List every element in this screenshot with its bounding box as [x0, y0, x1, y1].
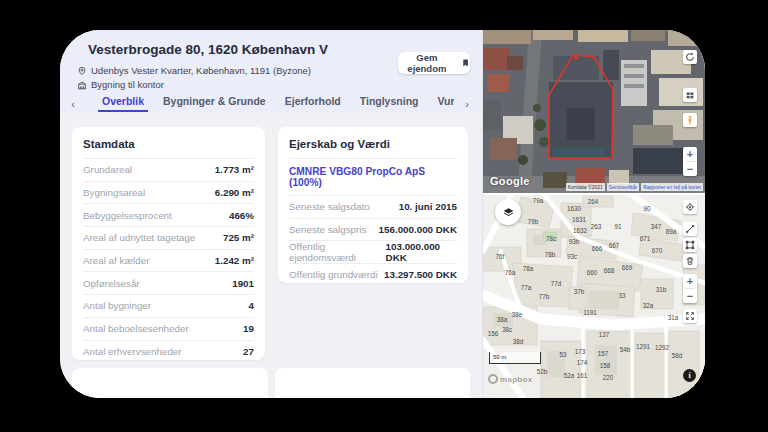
geolocate-button[interactable]: [683, 200, 697, 214]
map-label-220: 220: [603, 374, 614, 381]
property-type-text: Bygning til kontor: [91, 79, 164, 90]
row-value: 1.242 m²: [215, 255, 254, 266]
stamdata-rows: Grundareal1.773 m²Bygningsareal6.290 m²B…: [83, 158, 254, 362]
map-label-32a: 32a: [643, 302, 654, 309]
map-label-157: 157: [598, 350, 609, 357]
map-label-91: 91: [614, 223, 622, 230]
ownership-rows: Seneste salgsdato10. juni 2015Seneste sa…: [289, 195, 457, 286]
satellite-imagery: [483, 30, 705, 193]
tab-overblik[interactable]: Overblik: [102, 95, 144, 112]
map-label-58d: 58d: [672, 352, 683, 359]
map-label-158: 158: [600, 362, 611, 369]
table-row: Seneste salgsdato10. juni 2015: [289, 195, 457, 218]
map-label-78b: 78b: [545, 251, 556, 258]
map-label-77d: 77d: [551, 280, 562, 287]
map-label-38c: 38c: [502, 326, 512, 333]
layers-button[interactable]: [495, 199, 521, 225]
street-map[interactable]: 79a26416309079b16312639134789a163267178c…: [483, 195, 705, 398]
row-value: 4: [249, 300, 254, 311]
table-row: Opførelsesår1901: [83, 271, 254, 294]
row-value: 19: [243, 323, 254, 334]
save-property-button[interactable]: Gem ejendom: [398, 52, 470, 74]
map-label-263: 263: [591, 223, 602, 230]
property-header: Vesterbrogade 80, 1620 København V Udenb…: [60, 30, 482, 113]
table-row: Antal erhvervsenheder27: [83, 340, 254, 363]
row-value: 6.290 m²: [215, 187, 254, 198]
map-label-93c: 93c: [567, 253, 577, 260]
map-label-52a: 52a: [564, 372, 575, 379]
attribution-text: Kortdata ©2021: [566, 183, 605, 191]
street-zoom-control: + −: [683, 274, 697, 303]
rotate-map-button[interactable]: [683, 50, 697, 64]
row-label: Areal af udnyttet tagetage: [83, 232, 195, 243]
map-label-669: 669: [622, 264, 633, 271]
map-label-79b: 79b: [528, 218, 539, 225]
fullscreen-button[interactable]: [683, 309, 697, 323]
pegman-streetview-button[interactable]: [683, 113, 697, 127]
map-label-667: 667: [609, 242, 620, 249]
table-row: Seneste salgspris156.000.000 DKK: [289, 218, 457, 241]
ownership-card: Ejerskab og Værdi CMNRE VBG80 PropCo ApS…: [278, 127, 468, 283]
row-label: Opførelsesår: [83, 278, 140, 289]
ownership-title: Ejerskab og Værdi: [289, 127, 457, 158]
row-label: Offentlig grundværdi: [289, 269, 378, 280]
owner-link[interactable]: CMNRE VBG80 PropCo ApS (100%): [289, 158, 457, 195]
table-row: Grundareal1.773 m²: [83, 158, 254, 181]
map-label-1292: 1292: [655, 344, 670, 351]
map-label-54b: 54b: [620, 346, 631, 353]
zoom-in-button[interactable]: +: [683, 147, 697, 161]
partial-card-right: [275, 368, 470, 398]
map-label-660: 660: [587, 269, 598, 276]
zoom-out-button[interactable]: −: [683, 162, 697, 176]
table-row: Areal af udnyttet tagetage725 m²: [83, 226, 254, 249]
row-label: Grundareal: [83, 164, 132, 175]
street-zoom-in-button[interactable]: +: [683, 274, 697, 288]
row-label: Bygningsareal: [83, 187, 145, 198]
row-value: 10. juni 2015: [399, 201, 457, 212]
map-label-161: 161: [577, 372, 588, 379]
row-label: Antal bygninger: [83, 300, 151, 311]
map-label-77a: 77a: [521, 284, 532, 291]
map-label-38d: 38d: [513, 338, 524, 345]
table-row: Offentlig ejendomsværdi103.000.000 DKK: [289, 240, 457, 263]
measure-ruler-button[interactable]: [683, 222, 697, 236]
tab-bar: ‹ OverblikBygninger & GrundeEjerforholdT…: [60, 94, 482, 113]
street-map-canvas: 79a26416309079b16312639134789a163267178c…: [483, 195, 705, 398]
tab-bygninger-grunde[interactable]: Bygninger & Grunde: [163, 95, 266, 112]
row-value: 156.000.000 DKK: [379, 224, 457, 235]
row-value: 725 m²: [223, 232, 254, 243]
tilt-45-button[interactable]: [683, 88, 697, 102]
tab-ejerforhold[interactable]: Ejerforhold: [285, 95, 341, 112]
info-button[interactable]: i: [683, 369, 696, 382]
row-label: Antal beboelsesenheder: [83, 323, 189, 334]
map-label-666: 666: [592, 245, 603, 252]
satellite-map[interactable]: + − Google Kortdata ©2021 Servicevilkår …: [483, 30, 705, 193]
page-title: Vesterbrogade 80, 1620 København V: [88, 42, 328, 57]
building-icon: [77, 80, 87, 90]
stamdata-card: Stamdata Grundareal1.773 m²Bygningsareal…: [72, 127, 265, 360]
delete-drawing-button[interactable]: [683, 254, 697, 268]
terms-link[interactable]: Servicevilkår: [607, 183, 639, 191]
draw-polygon-button[interactable]: [683, 238, 697, 252]
row-label: Seneste salgspris: [289, 224, 366, 235]
map-label-137: 137: [599, 331, 610, 338]
map-label-173: 173: [575, 348, 586, 355]
map-label-93b: 93b: [569, 238, 580, 245]
tab-tinglysning[interactable]: Tinglysning: [360, 95, 419, 112]
tabs-scroll-left-icon[interactable]: ‹: [60, 98, 86, 110]
map-label-671: 671: [640, 235, 651, 242]
tabs-list: OverblikBygninger & GrundeEjerforholdTin…: [86, 95, 458, 112]
map-label-1291: 1291: [636, 343, 651, 350]
overview-content: Stamdata Grundareal1.773 m²Bygningsareal…: [60, 113, 482, 398]
map-label-668: 668: [604, 267, 615, 274]
save-button-label: Gem ejendom: [398, 52, 456, 74]
row-value: 1.773 m²: [215, 164, 254, 175]
row-value: 27: [243, 346, 254, 357]
map-label-78c: 78c: [546, 235, 556, 242]
report-error-link[interactable]: Rapporter en fejl på kortet: [641, 183, 703, 191]
map-label-156: 156: [488, 330, 499, 337]
street-zoom-out-button[interactable]: −: [683, 289, 697, 303]
row-label: Offentlig ejendomsværdi: [289, 241, 386, 263]
row-label: Antal erhvervsenheder: [83, 346, 182, 357]
tabs-scroll-right-icon[interactable]: ›: [454, 98, 480, 110]
